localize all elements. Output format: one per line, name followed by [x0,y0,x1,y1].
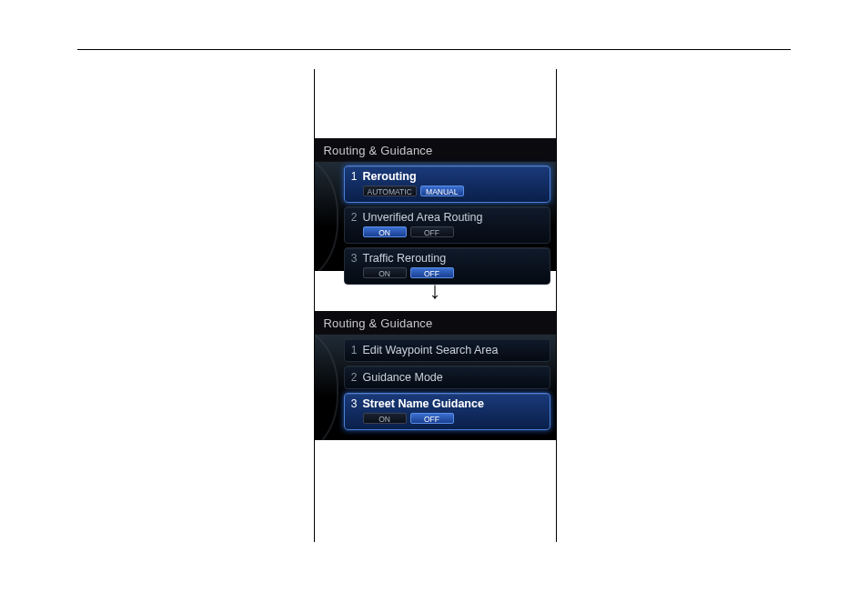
panel-body: 1 Rerouting AUTOMATIC MANUAL 2 Un [315,162,556,271]
panel-title: Routing & Guidance [315,138,556,162]
menu-list: 1 Edit Waypoint Search Area 2 Guidance M… [342,335,556,440]
document-page: Routing & Guidance 1 Rerouting AUTOMATIC… [0,0,868,592]
item-label: Edit Waypoint Search Area [363,344,499,356]
menu-item-traffic-rerouting[interactable]: 3 Traffic Rerouting ON OFF [344,247,550,285]
column-right [557,69,791,542]
item-number: 2 [350,371,358,384]
item-label: Street Name Guidance [363,397,484,410]
item-label: Rerouting [363,170,417,183]
toggle-row: ON OFF [363,226,544,237]
three-column-layout: Routing & Guidance 1 Rerouting AUTOMATIC… [80,69,790,542]
panel-body: 1 Edit Waypoint Search Area 2 Guidance M… [315,335,556,440]
toggle-row: ON OFF [363,267,544,278]
menu-item-rerouting[interactable]: 1 Rerouting AUTOMATIC MANUAL [344,166,550,203]
toggle-row: ON OFF [363,413,544,424]
menu-item-street-name-guidance[interactable]: 3 Street Name Guidance ON OFF [344,393,550,430]
routing-guidance-panel-scrolled: Routing & Guidance 1 Edit Waypoint Searc… [315,311,556,440]
menu-item-edit-waypoint[interactable]: 1 Edit Waypoint Search Area [344,338,550,362]
column-left [80,69,314,542]
item-number: 1 [350,170,358,183]
menu-item-guidance-mode[interactable]: 2 Guidance Mode [344,366,550,389]
scroll-arc-decoration [315,162,342,271]
toggle-automatic[interactable]: AUTOMATIC [363,186,417,196]
item-label: Unverified Area Routing [363,211,483,224]
item-label: Traffic Rerouting [363,252,447,265]
toggle-off[interactable]: OFF [410,226,454,237]
toggle-on[interactable]: ON [363,226,407,237]
toggle-manual[interactable]: MANUAL [420,186,464,196]
toggle-off[interactable]: OFF [410,267,454,278]
panel-title: Routing & Guidance [315,311,556,335]
menu-item-unverified-area[interactable]: 2 Unverified Area Routing ON OFF [344,206,550,244]
item-number: 1 [350,344,358,356]
item-number: 3 [350,252,358,265]
item-number: 2 [350,211,358,224]
scroll-arc-decoration [315,335,342,440]
item-label: Guidance Mode [363,371,443,384]
routing-guidance-panel: Routing & Guidance 1 Rerouting AUTOMATIC… [315,138,556,271]
item-number: 3 [350,397,358,410]
column-middle: Routing & Guidance 1 Rerouting AUTOMATIC… [315,69,556,542]
horizontal-rule [77,49,791,50]
toggle-off[interactable]: OFF [410,413,454,424]
toggle-on[interactable]: ON [363,267,407,278]
toggle-row: AUTOMATIC MANUAL [363,186,544,196]
toggle-on[interactable]: ON [363,413,407,424]
menu-list: 1 Rerouting AUTOMATIC MANUAL 2 Un [342,162,556,271]
